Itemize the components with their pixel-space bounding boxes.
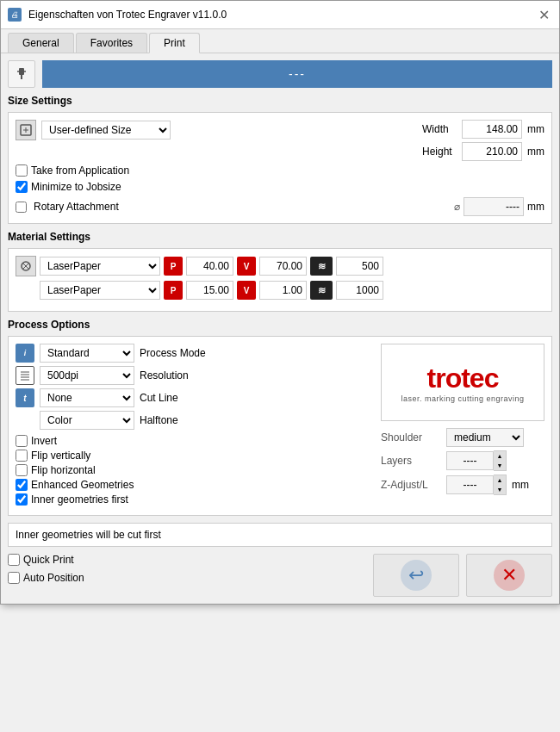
layers-spinner-btns: ▲ ▼ <box>494 450 507 471</box>
size-settings-label: Size Settings <box>8 95 552 107</box>
mat-spacer <box>16 280 36 301</box>
ok-icon: ↩ <box>399 558 433 592</box>
flip-v-label: Flip vertically <box>31 450 90 462</box>
tab-print[interactable]: Print <box>149 33 200 53</box>
shoulder-label: Shoulder <box>381 431 441 444</box>
z-adjust-unit: mm <box>512 479 529 491</box>
freq-value-1[interactable] <box>336 257 383 276</box>
size-icon <box>16 120 36 140</box>
material-settings-box: LaserPaper P V ≋ LaserPaper P <box>8 248 552 312</box>
title-bar: 🖨 Eigenschaften von Trotec Engraver v11.… <box>1 1 559 29</box>
process-section-box: i Standard Relief 3D Process Mode <box>8 336 552 516</box>
p-value-1[interactable] <box>186 257 233 276</box>
enhanced-checkbox[interactable] <box>16 479 28 491</box>
material-dropdown-1[interactable]: LaserPaper <box>40 257 160 276</box>
mode-label: Process Mode <box>140 347 208 359</box>
height-input[interactable] <box>462 142 522 161</box>
z-adjust-up-btn[interactable]: ▲ <box>494 475 506 485</box>
process-mode-row: i Standard Relief 3D Process Mode <box>16 344 374 363</box>
shoulder-row: Shoulder medium low high <box>381 428 544 447</box>
v-value-2[interactable] <box>259 281 307 300</box>
width-label: Width <box>422 123 457 135</box>
diameter-input[interactable] <box>464 197 524 216</box>
width-row: Width mm <box>422 120 544 139</box>
halftone-icon <box>16 411 34 430</box>
layers-down-btn[interactable]: ▼ <box>494 461 506 470</box>
size-settings-box: User-defined Size A4 Letter Width mm Hei… <box>8 112 552 224</box>
resolution-icon <box>16 366 34 385</box>
p-badge-1: P <box>164 257 183 276</box>
material-dropdown-2[interactable]: LaserPaper <box>40 281 160 300</box>
material-icon-1 <box>20 260 32 272</box>
ok-button[interactable]: ↩ <box>373 554 459 597</box>
z-adjust-spinner-btns: ▲ ▼ <box>494 475 507 495</box>
tab-favorites[interactable]: Favorites <box>76 33 147 53</box>
material-row-2: LaserPaper P V ≋ <box>16 280 544 301</box>
take-from-app-checkbox[interactable] <box>16 164 28 177</box>
info-text: Inner geometries will be cut first <box>16 529 161 541</box>
diameter-unit: mm <box>527 201 544 213</box>
minimize-row: Minimize to Jobsize <box>16 181 544 193</box>
rotary-checkbox[interactable] <box>16 202 27 213</box>
auto-position-label: Auto Position <box>23 572 84 584</box>
invert-label: Invert <box>31 435 57 447</box>
mat-icon-1 <box>16 256 36 276</box>
resolution-select[interactable]: 500dpi 250dpi 1000dpi <box>40 366 134 385</box>
freq-badge-2: ≋ <box>310 281 333 300</box>
size-mode-icon <box>19 123 33 137</box>
height-row: Height mm <box>422 142 544 161</box>
freq-badge-1: ≋ <box>310 257 333 276</box>
quick-print-checkbox[interactable] <box>8 554 20 566</box>
halftone-select[interactable]: Color Grayscale Black/White <box>40 411 134 430</box>
auto-position-checkbox[interactable] <box>8 572 20 584</box>
svg-text:↩: ↩ <box>408 564 424 586</box>
flip-h-checkbox[interactable] <box>16 464 28 476</box>
layers-row: Layers ▲ ▼ <box>381 450 544 471</box>
content-area: --- Size Settings <box>1 53 559 604</box>
shoulder-select[interactable]: medium low high <box>446 428 524 447</box>
resolution-label: Resolution <box>140 369 208 382</box>
process-cols: i Standard Relief 3D Process Mode <box>16 344 544 508</box>
layers-input[interactable] <box>446 451 494 470</box>
v-badge-1: V <box>237 257 256 276</box>
app-icon: 🖨 <box>8 8 22 22</box>
material-settings-section: Material Settings LaserPaper P <box>8 231 552 312</box>
size-dropdown[interactable]: User-defined Size A4 Letter <box>41 121 171 140</box>
info-bar: Inner geometries will be cut first <box>8 523 552 547</box>
mode-select[interactable]: Standard Relief 3D <box>40 344 134 363</box>
header-icon-button[interactable] <box>8 60 35 88</box>
flip-h-row: Flip horizontal <box>16 464 374 476</box>
halftone-row: Color Grayscale Black/White Halftone <box>16 411 374 430</box>
height-unit: mm <box>527 146 544 158</box>
freq-value-2[interactable] <box>336 281 383 300</box>
quick-print-label: Quick Print <box>23 554 74 566</box>
v-badge-2: V <box>237 281 256 300</box>
layers-up-btn[interactable]: ▲ <box>494 451 506 461</box>
invert-checkbox[interactable] <box>16 435 28 447</box>
close-button[interactable]: ✕ <box>535 6 552 23</box>
pin-icon <box>15 67 28 81</box>
process-checkboxes: Invert Flip vertically Flip horizontal <box>16 435 374 506</box>
z-adjust-down-btn[interactable]: ▼ <box>494 485 506 494</box>
process-left: i Standard Relief 3D Process Mode <box>16 344 374 508</box>
mode-icon: i <box>16 344 34 363</box>
width-input[interactable] <box>462 120 522 139</box>
z-adjust-input[interactable] <box>446 475 494 494</box>
tab-general[interactable]: General <box>8 33 74 53</box>
svg-rect-1 <box>21 75 22 79</box>
cutline-select[interactable]: None Line Cut <box>40 388 134 407</box>
tabs-container: General Favorites Print <box>1 29 559 53</box>
cancel-button[interactable]: ✕ <box>466 554 552 597</box>
minimize-checkbox[interactable] <box>16 181 28 193</box>
material-row-1: LaserPaper P V ≋ <box>16 256 544 276</box>
p-value-2[interactable] <box>186 281 233 300</box>
quick-print-row: Quick Print <box>8 554 84 566</box>
take-from-app-row: Take from Application <box>16 164 544 177</box>
z-adjust-row: Z-Adjust/L ▲ ▼ mm <box>381 475 544 495</box>
cutline-row: t None Line Cut Cut Line <box>16 388 374 407</box>
v-value-1[interactable] <box>259 257 307 276</box>
flip-v-checkbox[interactable] <box>16 450 28 462</box>
action-buttons: ↩ ✕ <box>373 554 552 597</box>
inner-geom-checkbox[interactable] <box>16 493 28 506</box>
process-options-section: Process Options i Standard Relief 3D <box>8 319 552 516</box>
